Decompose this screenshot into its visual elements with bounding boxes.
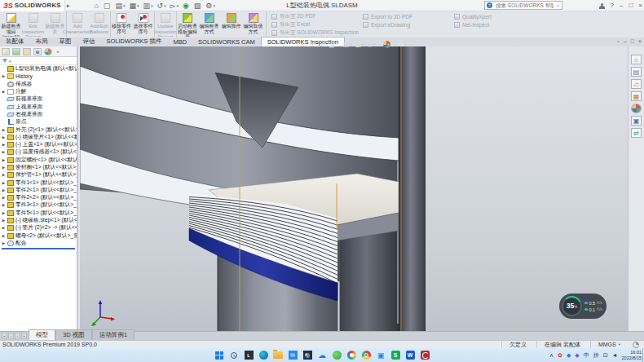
tree-row[interactable]: L型铠装热电偶 (默认<默认_显示状态-1 xyxy=(0,65,77,73)
search-input[interactable] xyxy=(494,2,555,9)
taskbar-app[interactable]: ☁ xyxy=(316,350,328,361)
tray-icon[interactable]: ◆ xyxy=(575,349,579,362)
ribbon-tab[interactable]: SOLIDWORKS 插件 xyxy=(101,37,168,46)
taskbar-clock[interactable]: 16:01 2022/8/15 xyxy=(622,350,642,360)
ribbon-button[interactable]: Add/Edit Balloons xyxy=(88,11,110,38)
qat-button[interactable]: ⌂ xyxy=(92,2,100,10)
export-menu-item[interactable]: Export to 3D PDF xyxy=(363,13,451,20)
taskbar-app[interactable] xyxy=(419,350,430,361)
ribbon-button[interactable]: 选择零件序号 xyxy=(132,11,154,38)
tree-row[interactable]: 传感器 xyxy=(0,81,77,88)
tree-row[interactable]: ▶ 密封圈<1> (默认<<默认>_显示状 xyxy=(0,164,77,171)
tray-icon[interactable]: ✿ xyxy=(558,349,562,362)
ribbon-button[interactable]: Add Characteristic xyxy=(66,11,88,38)
tray-icon[interactable]: ◄ xyxy=(612,349,618,362)
expand-arrow-icon[interactable]: ▶ xyxy=(2,234,6,238)
export-menu-item[interactable]: Export eDrawing xyxy=(363,21,451,29)
qat-button[interactable]: ▨ xyxy=(192,2,204,10)
ribbon-button[interactable]: 新建检查项目 (amp;N) xyxy=(0,11,22,38)
ribbon-tab[interactable]: 装配体 xyxy=(0,37,30,46)
help-search-box[interactable]: ? ⌕ xyxy=(484,1,562,10)
export-menu-item[interactable]: 导出至 Excel xyxy=(271,21,359,29)
qat-button[interactable]: ▤▾ xyxy=(113,2,126,10)
ribbon-button[interactable]: Update Inspection Project xyxy=(154,11,176,38)
taskbar-app[interactable] xyxy=(258,350,269,361)
status-item[interactable]: MMGS▾ xyxy=(590,341,628,348)
qat-button[interactable]: ⚙▾ xyxy=(204,2,217,10)
expand-arrow-icon[interactable]: ▶ xyxy=(2,74,6,78)
expand-arrow-icon[interactable]: ▶ xyxy=(2,150,6,154)
expand-arrow-icon[interactable]: ▶ xyxy=(2,241,6,245)
tree-row[interactable]: ▶ 螺母<2> (默认<<默认>_显示状态 xyxy=(0,232,77,240)
expand-arrow-icon[interactable]: ▶ xyxy=(2,166,6,170)
document-tab[interactable]: 模型 xyxy=(29,329,55,340)
menu-expander-icon[interactable]: ▸ xyxy=(67,2,70,9)
headsup-tool[interactable]: ◧▾ xyxy=(355,39,364,50)
document-tab[interactable]: 运动算例1 xyxy=(92,329,135,340)
headsup-tool[interactable]: ●▾ xyxy=(383,41,390,48)
expand-arrow-icon[interactable]: ▶ xyxy=(2,211,6,215)
panel-tab-icon[interactable] xyxy=(44,48,52,55)
headsup-tool[interactable]: ▭▾ xyxy=(398,39,407,50)
ribbon-tab[interactable]: 草图 xyxy=(54,37,77,46)
task-pane-tab-icon[interactable]: ● xyxy=(631,104,642,113)
headsup-tool[interactable]: ▣▾ xyxy=(343,39,352,50)
filter-dropdown-icon[interactable]: ▾ xyxy=(9,59,11,64)
tree-row[interactable]: ▶ 注解 xyxy=(0,88,77,95)
panel-tab-icon[interactable] xyxy=(23,48,31,55)
tray-icon[interactable]: ∧ xyxy=(549,349,554,362)
export-menu-item[interactable]: 导出至 2D PDF xyxy=(271,13,359,20)
taskbar-app[interactable]: ✉ xyxy=(287,350,298,361)
tree-row[interactable]: ▶ (-) 绝缘板.step<1> (默认<<默认>_ xyxy=(0,217,77,224)
doc-window-control[interactable]: × xyxy=(638,38,642,44)
taskbar-app[interactable] xyxy=(214,350,225,361)
taskbar-app[interactable] xyxy=(272,350,284,361)
expand-arrow-icon[interactable]: ▶ xyxy=(2,135,6,139)
headsup-tool[interactable]: ◎▾ xyxy=(367,39,375,50)
qat-button[interactable]: ↺▾ xyxy=(155,2,167,10)
tree-row[interactable]: ▶ 固定螺栓<1> (默认<<默认>_显示 xyxy=(0,157,77,164)
tree-row[interactable]: ▶ (-) 温度传感器<1> (默认<<默认>_ xyxy=(0,148,77,156)
doc-window-control[interactable]: – xyxy=(624,38,627,44)
ribbon-button[interactable]: 编辑检查方式 xyxy=(198,11,220,38)
taskbar-app[interactable]: L xyxy=(243,350,254,361)
taskbar-app[interactable] xyxy=(346,350,357,361)
ribbon-tab[interactable]: 布局 xyxy=(30,37,54,46)
ribbon-button[interactable]: 移除零件序号 xyxy=(110,11,132,38)
ribbon-button[interactable]: 编辑取值方式 xyxy=(242,11,264,38)
task-pane-tab-icon[interactable]: ▣ xyxy=(631,116,642,126)
status-item[interactable]: 在编辑 装配体 xyxy=(536,341,590,348)
tab-scroll-button[interactable]: « xyxy=(2,333,7,339)
system-monitor-overlay[interactable]: 35 % 0.5K/s 0.1K/s xyxy=(559,294,607,319)
expand-arrow-icon[interactable]: ▶ xyxy=(2,173,6,177)
tree-row[interactable]: ▶ 保护管<1> (默认<<默认>_显示状 xyxy=(0,171,77,179)
taskbar-app[interactable] xyxy=(360,350,372,361)
task-pane-tab-icon[interactable]: ▤ xyxy=(631,67,642,77)
tree-row[interactable]: 前视基准面 xyxy=(0,95,77,103)
tray-icon[interactable]: 拼 xyxy=(593,349,599,362)
export-menu-item[interactable]: 导出至 SOLIDWORKS Inspection 项目 xyxy=(271,29,359,37)
ribbon-tab[interactable]: MBD xyxy=(167,38,192,46)
tree-row[interactable]: ▶ (-) 上盖<1> (默认<<默认>_显示状 xyxy=(0,141,77,148)
task-pane-tab-icon[interactable]: ⇄ xyxy=(631,128,642,138)
task-pane-tab-icon[interactable]: ▱ xyxy=(631,79,642,89)
tree-filter[interactable]: ▾ xyxy=(0,57,77,65)
close-button[interactable]: × xyxy=(638,0,642,11)
tray-icon[interactable]: ⊡ xyxy=(603,349,608,362)
tree-row[interactable]: ▶ 零件3<1> (默认<<默认>_显示状态 xyxy=(0,201,77,209)
tree-row[interactable]: ▶ 配合 xyxy=(0,240,77,247)
status-tag-icon[interactable] xyxy=(633,342,639,348)
tray-icon[interactable]: ◆ xyxy=(567,349,571,362)
qat-button[interactable]: ▻▾ xyxy=(169,2,180,10)
status-item[interactable]: 欠定义 xyxy=(501,341,536,348)
expand-arrow-icon[interactable]: ▶ xyxy=(2,188,6,192)
tab-scroll-button[interactable]: » xyxy=(21,333,27,339)
tab-scroll-button[interactable]: ‹ xyxy=(8,333,14,339)
tree-row[interactable]: ▶ 零件5<1> (默认<<默认>_显示状态 xyxy=(0,210,77,217)
panel-tab-icon[interactable] xyxy=(2,48,10,55)
document-tab[interactable]: 3D 视图 xyxy=(55,329,92,340)
taskbar-app[interactable] xyxy=(302,350,313,361)
headsup-tool[interactable]: ↺ xyxy=(319,39,325,50)
taskbar-app[interactable]: W xyxy=(404,350,416,361)
tree-row[interactable]: ▶ 外壳 (2)<1> (默认<<默认>_显示状 xyxy=(0,126,77,133)
